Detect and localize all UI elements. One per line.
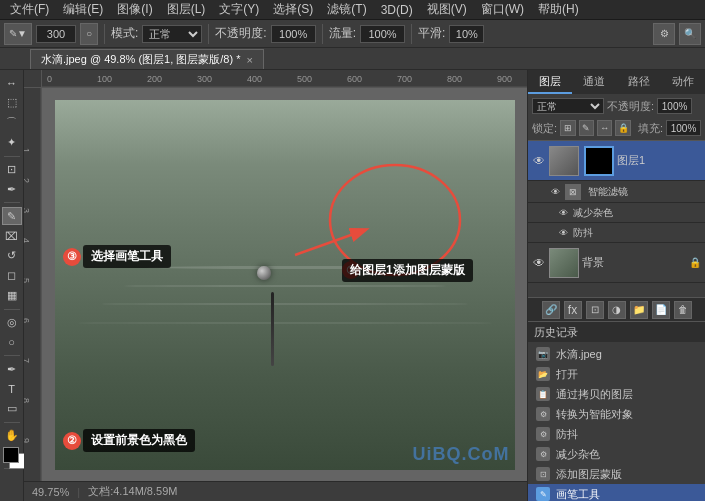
brush-tool-btn[interactable]: ✎ (2, 207, 22, 225)
blend-mode-select[interactable]: 正常 (532, 98, 604, 114)
menu-text[interactable]: 文字(Y) (213, 1, 265, 18)
tab-paths[interactable]: 路径 (617, 70, 661, 94)
layer-rn-eye[interactable]: 👁 (556, 206, 570, 220)
doc-size: 文档:4.14M/8.59M (88, 484, 177, 499)
svg-text:300: 300 (197, 74, 212, 84)
svg-text:500: 500 (297, 74, 312, 84)
eyedropper-btn[interactable]: ✒ (2, 180, 22, 198)
menu-image[interactable]: 图像(I) (111, 1, 158, 18)
menu-select[interactable]: 选择(S) (267, 1, 319, 18)
layer-1-eye[interactable]: 👁 (532, 154, 546, 168)
menu-window[interactable]: 窗口(W) (475, 1, 530, 18)
settings-btn[interactable]: ⚙ (653, 23, 675, 45)
tab-channels[interactable]: 通道 (572, 70, 616, 94)
menu-3d[interactable]: 3D(D) (375, 3, 419, 17)
flow-input[interactable] (360, 25, 405, 43)
lock-all-btn[interactable]: 🔒 (615, 120, 630, 136)
menu-view[interactable]: 视图(V) (421, 1, 473, 18)
layer-item-stabilize[interactable]: 👁 防抖 (528, 223, 705, 243)
menu-layer[interactable]: 图层(L) (161, 1, 212, 18)
clone-stamp-btn[interactable]: ⌧ (2, 227, 22, 245)
add-style-btn[interactable]: fx (564, 301, 582, 319)
color-switcher[interactable] (3, 447, 25, 467)
canvas-container[interactable]: ③ 选择画笔工具 ② 设置前景色为黑色 UiBQ.CoM (42, 88, 527, 481)
layer-bg-eye[interactable]: 👁 (532, 256, 546, 270)
search-btn[interactable]: 🔍 (679, 23, 701, 45)
add-mask-btn[interactable]: ⊡ (586, 301, 604, 319)
menu-filter[interactable]: 滤镜(T) (321, 1, 372, 18)
layer-item-1[interactable]: 👁 图层1 (528, 141, 705, 181)
add-layer-btn[interactable]: 📄 (652, 301, 670, 319)
lock-position-btn[interactable]: ↔ (597, 120, 612, 136)
opacity-value-input[interactable] (657, 98, 692, 114)
brush-size-input[interactable] (36, 25, 76, 43)
add-group-btn[interactable]: 📁 (630, 301, 648, 319)
layer-1-name: 图层1 (617, 153, 701, 168)
crop-tool-btn[interactable]: ⊡ (2, 160, 22, 178)
lock-transparent-btn[interactable]: ⊞ (560, 120, 575, 136)
eraser-tool-btn[interactable]: ◻ (2, 267, 22, 285)
svg-text:400: 400 (247, 74, 262, 84)
status-bar: 49.75% | 文档:4.14M/8.59M (24, 481, 527, 501)
text-tool-btn[interactable]: T (2, 380, 22, 398)
layer-item-background[interactable]: 👁 背景 🔒 (528, 243, 705, 283)
history-item-2[interactable]: 📋 通过拷贝的图层 (528, 384, 705, 404)
menu-bar: 文件(F) 编辑(E) 图像(I) 图层(L) 文字(Y) 选择(S) 滤镜(T… (0, 0, 705, 20)
hand-tool-btn[interactable]: ✋ (2, 427, 22, 445)
opacity-input[interactable] (271, 25, 316, 43)
blur-tool-btn[interactable]: ◎ (2, 314, 22, 332)
svg-text:700: 700 (397, 74, 412, 84)
magic-wand-btn[interactable]: ✦ (2, 134, 22, 152)
marquee-tool-btn[interactable]: ⬚ (2, 94, 22, 112)
dodge-tool-btn[interactable]: ○ (2, 333, 22, 351)
delete-layer-btn[interactable]: 🗑 (674, 301, 692, 319)
foreground-color-box[interactable] (3, 447, 19, 463)
history-item-7[interactable]: ✎ 画笔工具 (528, 484, 705, 501)
add-adjustment-btn[interactable]: ◑ (608, 301, 626, 319)
lock-image-btn[interactable]: ✎ (579, 120, 594, 136)
tab-actions[interactable]: 动作 (661, 70, 705, 94)
history-item-5[interactable]: ⚙ 减少杂色 (528, 444, 705, 464)
history-item-6[interactable]: ⊡ 添加图层蒙版 (528, 464, 705, 484)
gradient-tool-btn[interactable]: ▦ (2, 287, 22, 305)
lasso-tool-btn[interactable]: ⌒ (2, 114, 22, 132)
layer-item-reduce-noise[interactable]: 👁 减少杂色 (528, 203, 705, 223)
pen-tool-btn[interactable]: ✒ (2, 360, 22, 378)
history-item-3[interactable]: ⚙ 转换为智能对象 (528, 404, 705, 424)
layer-item-smart-filter[interactable]: 👁 ⊠ 智能滤镜 (528, 181, 705, 203)
move-tool-btn[interactable]: ↔ (2, 74, 22, 92)
lt-sep-5 (4, 422, 20, 423)
smoothing-label: 平滑: (418, 25, 445, 42)
link-layers-btn[interactable]: 🔗 (542, 301, 560, 319)
svg-text:200: 200 (147, 74, 162, 84)
tool-separator-2 (208, 24, 209, 44)
menu-file[interactable]: 文件(F) (4, 1, 55, 18)
smoothing-input[interactable] (449, 25, 484, 43)
menu-help[interactable]: 帮助(H) (532, 1, 585, 18)
history-brush-btn[interactable]: ↺ (2, 247, 22, 265)
annotation-circle-2: ② (63, 432, 81, 450)
history-panel: 历史记录 📷 水滴.jpeg 📂 打开 📋 通过拷贝的图层 (528, 321, 705, 501)
layer-stab-eye[interactable]: 👁 (556, 226, 570, 240)
tab-close-btn[interactable]: × (246, 54, 252, 66)
history-item-0[interactable]: 📷 水滴.jpeg (528, 344, 705, 364)
lt-sep-2 (4, 202, 20, 203)
flow-label: 流量: (329, 25, 356, 42)
document-tab[interactable]: 水滴.jpeg @ 49.8% (图层1, 图层蒙版/8) * × (30, 49, 264, 69)
history-item-4[interactable]: ⚙ 防抖 (528, 424, 705, 444)
annotation-1-label: 给图层1添加图层蒙版 (342, 259, 473, 282)
layer-sf-eye[interactable]: 👁 (548, 185, 562, 199)
history-item-1[interactable]: 📂 打开 (528, 364, 705, 384)
brush-toggle-btn[interactable]: ○ (80, 23, 98, 45)
mode-select[interactable]: 正常 (142, 25, 202, 43)
svg-text:0: 0 (47, 74, 52, 84)
brush-preset-btn[interactable]: ✎▼ (4, 23, 32, 45)
svg-text:100: 100 (97, 74, 112, 84)
tab-layers[interactable]: 图层 (528, 70, 572, 94)
fill-value-input[interactable] (666, 120, 701, 136)
layer-rn-name: 减少杂色 (573, 206, 701, 220)
panel-tabs: 图层 通道 路径 动作 (528, 70, 705, 94)
menu-edit[interactable]: 编辑(E) (57, 1, 109, 18)
shape-tool-btn[interactable]: ▭ (2, 400, 22, 418)
annotation-3-label: 选择画笔工具 (83, 245, 171, 268)
